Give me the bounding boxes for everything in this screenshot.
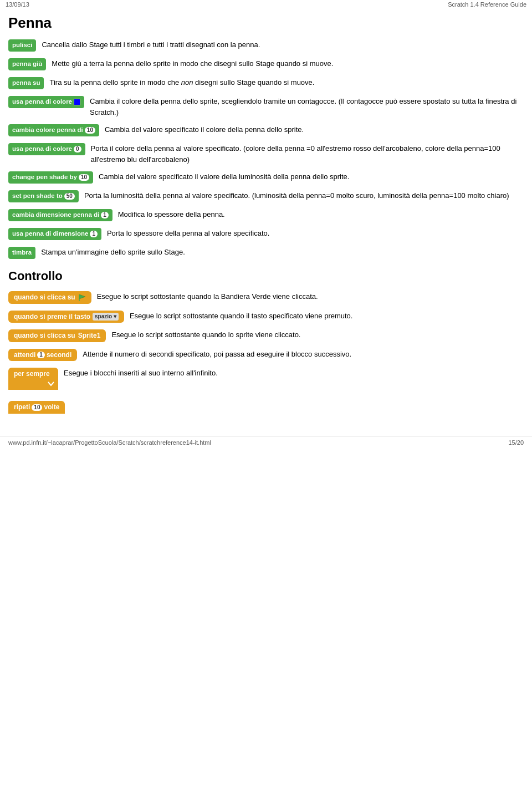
penna-giu-label: penna giù — [12, 60, 42, 68]
cambia-dimensione-label: cambia dimensione penna di — [12, 211, 99, 219]
svg-marker-0 — [79, 294, 85, 299]
usa-dimensione-block: usa penna di dimensione 1 — [8, 228, 101, 240]
ripeti-num: 10 — [32, 404, 42, 411]
timbra-block: timbra — [8, 247, 35, 259]
timbra-label: timbra — [12, 249, 32, 257]
controllo-title: Controllo — [8, 269, 524, 283]
block-row-set-pen-shade: set pen shade to 50 Porta la luminosità … — [8, 190, 524, 202]
set-pen-shade-num: 50 — [64, 193, 75, 200]
ripeti-label: ripeti — [14, 403, 30, 411]
usa-dimensione-text: Porta lo spessore della penna al valore … — [107, 228, 524, 239]
set-pen-shade-label: set pen shade to — [12, 192, 63, 200]
color-swatch — [74, 99, 80, 105]
usa-penna-0-label: usa penna di colore — [12, 145, 72, 153]
page-footer: www.pd.infn.it/~lacaprar/ProgettoScuola/… — [0, 436, 532, 449]
quando-sprite-block: quando si clicca su Sprite1 — [8, 329, 106, 342]
quando-tasto-block: quando si preme il tasto spazio ▾ — [8, 311, 124, 323]
cambia-dimensione-num: 1 — [101, 212, 109, 218]
usa-penna-0-text: Porta il colore della penna al valore sp… — [91, 143, 524, 165]
cambia-colore-text: Cambia del valore specificato il colore … — [105, 124, 524, 135]
penna-title: Penna — [8, 14, 524, 32]
change-pen-shade-text: Cambia del valore specificato il valore … — [99, 171, 524, 182]
block-row-pulisci: pulisci Cancella dallo Stage tutti i tim… — [8, 39, 524, 52]
cambia-dimensione-block: cambia dimensione penna di 1 — [8, 209, 112, 221]
quando-tasto-text: Esegue lo script sottostante quando il t… — [130, 311, 524, 322]
set-pen-shade-text: Porta la luminosità della penna al valor… — [84, 190, 524, 201]
block-row-per-sempre: per sempre Esegue i blocchi inseriti al … — [8, 368, 524, 390]
penna-su-block: penna su — [8, 77, 44, 89]
quando-flag-text: Esegue lo script sottostante quando la B… — [97, 291, 524, 302]
attendi-text: Attende il numero di secondi specificato… — [83, 349, 524, 360]
usa-dimensione-num: 1 — [90, 231, 98, 237]
timbra-text: Stampa un'immagine dello sprite sullo St… — [41, 247, 524, 258]
block-row-penna-su: penna su Tira su la penna dello sprite i… — [8, 77, 524, 89]
cambia-colore-num: 10 — [85, 127, 95, 134]
cambia-colore-label: cambia colore penna di — [12, 126, 83, 134]
change-pen-shade-label: change pen shade by — [12, 174, 77, 181]
change-pen-shade-block: change pen shade by 10 — [8, 171, 93, 184]
block-row-quando-sprite: quando si clicca su Sprite1 Esegue lo sc… — [8, 329, 524, 342]
pulisci-block: pulisci — [8, 39, 36, 52]
quando-sprite-label: quando si clicca su — [14, 332, 75, 339]
header-title: Scratch 1.4 Reference Guide — [448, 1, 526, 8]
quando-tasto-label: quando si preme il tasto — [14, 313, 90, 321]
usa-dimensione-label: usa penna di dimensione — [12, 230, 88, 238]
change-pen-shade-num: 10 — [79, 174, 89, 181]
block-row-change-pen-shade: change pen shade by 10 Cambia del valore… — [8, 171, 524, 184]
block-row-usa-dimensione: usa penna di dimensione 1 Porta lo spess… — [8, 228, 524, 240]
penna-giu-block: penna giù — [8, 58, 46, 70]
block-row-quando-tasto: quando si preme il tasto spazio ▾ Esegue… — [8, 311, 524, 323]
main-content: Penna pulisci Cancella dallo Stage tutti… — [0, 9, 532, 425]
usa-penna-0-block: usa penna di colore 0 — [8, 143, 85, 155]
block-row-usa-penna-colore: usa penna di colore Cambia il colore del… — [8, 96, 524, 118]
block-row-usa-penna-0: usa penna di colore 0 Porta il colore de… — [8, 143, 524, 165]
usa-penna-colore-block: usa penna di colore — [8, 96, 84, 108]
usa-penna-0-num: 0 — [74, 146, 81, 152]
attendi-suffix: secondi — [47, 351, 71, 359]
quando-flag-block: quando si clicca su — [8, 291, 91, 304]
per-sempre-label: per sempre — [14, 370, 50, 378]
attendi-label: attendi — [14, 351, 35, 359]
block-row-penna-giu: penna giù Mette giù a terra la penna del… — [8, 58, 524, 70]
cambia-colore-block: cambia colore penna di 10 — [8, 124, 99, 136]
footer-page: 15/20 — [508, 439, 524, 446]
tasto-dropdown: spazio ▾ — [93, 313, 119, 321]
quando-sprite-text: Esegue lo script sottostante quando lo s… — [111, 329, 524, 340]
block-row-attendi: attendi 1 secondi Attende il numero di s… — [8, 349, 524, 361]
usa-penna-colore-text: Cambia il colore della penna dello sprit… — [90, 96, 524, 118]
per-sempre-block: per sempre — [8, 368, 58, 380]
repeat-block-container: ripeti 10 volte — [8, 401, 524, 413]
attendi-num: 1 — [37, 352, 45, 358]
block-row-cambia-colore: cambia colore penna di 10 Cambia del val… — [8, 124, 524, 136]
penna-su-label: penna su — [12, 79, 40, 87]
header-date: 13/09/13 — [6, 1, 29, 8]
page-header: 13/09/13 Scratch 1.4 Reference Guide — [0, 0, 532, 9]
penna-giu-text: Mette giù a terra la penna dello sprite … — [52, 58, 524, 69]
usa-penna-colore-label: usa penna di colore — [12, 98, 72, 106]
penna-su-text: Tira su la penna dello sprite in modo ch… — [49, 77, 524, 88]
sprite-name: Sprite1 — [78, 332, 101, 339]
flag-icon — [78, 293, 86, 302]
per-sempre-text: Esegue i blocchi inseriti al suo interno… — [64, 368, 524, 379]
footer-url: www.pd.infn.it/~lacaprar/ProgettoScuola/… — [8, 439, 211, 446]
attendi-block: attendi 1 secondi — [8, 349, 77, 361]
quando-flag-label: quando si clicca su — [14, 293, 75, 301]
cambia-dimensione-text: Modifica lo spessore della penna. — [118, 209, 524, 220]
set-pen-shade-block: set pen shade to 50 — [8, 190, 79, 202]
block-row-timbra: timbra Stampa un'immagine dello sprite s… — [8, 247, 524, 259]
block-row-quando-flag: quando si clicca su Esegue lo script sot… — [8, 291, 524, 304]
pulisci-text: Cancella dallo Stage tutti i timbri e tu… — [42, 39, 524, 50]
ripeti-suffix: volte — [44, 403, 59, 411]
pulisci-label: pulisci — [12, 42, 32, 49]
block-row-cambia-dimensione: cambia dimensione penna di 1 Modifica lo… — [8, 209, 524, 221]
ripeti-block: ripeti 10 volte — [8, 401, 65, 413]
